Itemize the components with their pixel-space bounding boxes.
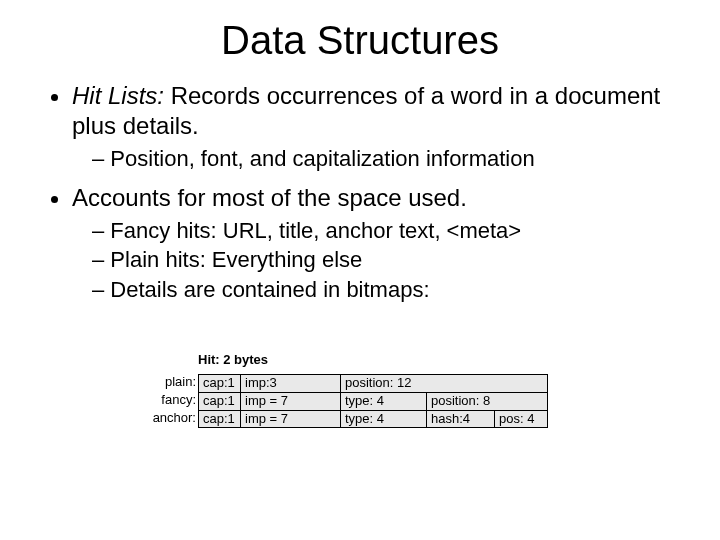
diagram-row-anchor: anchor: cap:1 imp = 7 type: 4 hash:4 pos…: [148, 410, 548, 428]
cell: position: 8: [427, 393, 547, 410]
sub-list: Fancy hits: URL, title, anchor text, <me…: [72, 217, 680, 304]
row-label: plain:: [148, 374, 198, 392]
bullet-text: Accounts for most of the space used.: [72, 184, 467, 211]
cell: cap:1: [199, 375, 241, 392]
row-cells: cap:1 imp:3 position: 12: [198, 374, 548, 392]
hit-diagram: Hit: 2 bytes plain: cap:1 imp:3 position…: [148, 352, 548, 428]
row-cells: cap:1 imp = 7 type: 4 position: 8: [198, 392, 548, 410]
bullet-lead: Hit Lists:: [72, 82, 164, 109]
cell: imp = 7: [241, 411, 341, 427]
row-cells: cap:1 imp = 7 type: 4 hash:4 pos: 4: [198, 410, 548, 428]
cell: imp = 7: [241, 393, 341, 410]
cell: pos: 4: [495, 411, 547, 427]
sub-item: Fancy hits: URL, title, anchor text, <me…: [92, 217, 680, 245]
cell: cap:1: [199, 411, 241, 427]
bullet-list: Hit Lists: Records occurrences of a word…: [46, 81, 680, 303]
cell: hash:4: [427, 411, 495, 427]
cell: type: 4: [341, 411, 427, 427]
slide: Data Structures Hit Lists: Records occur…: [0, 0, 720, 540]
diagram-title: Hit: 2 bytes: [198, 352, 548, 368]
sub-item: Position, font, and capitalization infor…: [92, 145, 680, 173]
sub-item: Details are contained in bitmaps:: [92, 276, 680, 304]
cell: imp:3: [241, 375, 341, 392]
row-label: anchor:: [148, 410, 198, 428]
sub-item: Plain hits: Everything else: [92, 246, 680, 274]
cell: position: 12: [341, 375, 547, 392]
page-title: Data Structures: [40, 18, 680, 63]
diagram-row-fancy: fancy: cap:1 imp = 7 type: 4 position: 8: [148, 392, 548, 410]
cell: type: 4: [341, 393, 427, 410]
sub-list: Position, font, and capitalization infor…: [72, 145, 680, 173]
row-label: fancy:: [148, 392, 198, 410]
diagram-row-plain: plain: cap:1 imp:3 position: 12: [148, 374, 548, 392]
cell: cap:1: [199, 393, 241, 410]
bullet-item: Hit Lists: Records occurrences of a word…: [72, 81, 680, 173]
bullet-item: Accounts for most of the space used. Fan…: [72, 183, 680, 304]
